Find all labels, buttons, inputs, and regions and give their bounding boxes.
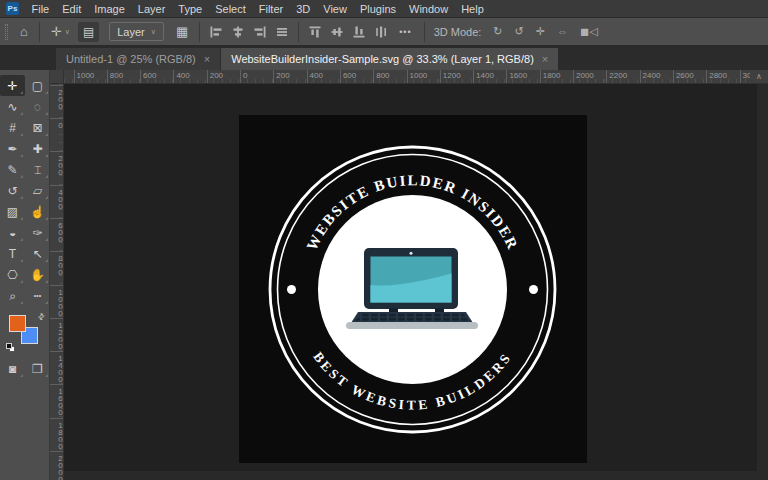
- separator: [199, 22, 200, 42]
- tool-eraser[interactable]: ▱: [25, 180, 50, 201]
- distribute-vertical-icon[interactable]: [374, 25, 388, 39]
- separator: [424, 22, 425, 42]
- tab-untitled-1[interactable]: Untitled-1 @ 25% (RGB/8) ×: [56, 48, 221, 70]
- tool-shape[interactable]: ⎔: [0, 264, 25, 285]
- align-center-horizontal-icon[interactable]: [231, 25, 245, 39]
- h-ruler-label: 1200: [440, 70, 461, 84]
- home-icon[interactable]: ⌂: [14, 18, 34, 45]
- laptop-webcam: [410, 252, 413, 255]
- default-colors-icon[interactable]: [6, 343, 15, 352]
- scroll-up-arrow[interactable]: ∧: [750, 70, 768, 84]
- swap-colors-icon[interactable]: ⇄: [36, 311, 47, 322]
- h-ruler-label: 3000: [740, 70, 751, 84]
- align-right-icon[interactable]: [253, 25, 267, 39]
- menu-item-image[interactable]: Image: [88, 0, 132, 18]
- h-ruler-label: 1800: [540, 70, 561, 84]
- tool-path-selection[interactable]: ↖: [25, 243, 50, 264]
- vertical-ruler[interactable]: 2000200400600800100012001400160018002000: [50, 84, 64, 480]
- 3d-slide-icon[interactable]: ⇔: [551, 25, 574, 38]
- badge-right-dot: [529, 285, 538, 294]
- mode-3d-label: 3D Mode:: [434, 26, 482, 38]
- shape-icon: ⎔: [7, 269, 17, 281]
- tool-move[interactable]: ✛: [0, 75, 25, 96]
- align-top-icon[interactable]: [308, 25, 322, 39]
- tool-brush[interactable]: ✎: [0, 159, 25, 180]
- distribute-horizontal-icon[interactable]: [275, 25, 289, 39]
- tool-smudge[interactable]: ☝: [25, 201, 50, 222]
- tab-websitebuilderinsider-sample[interactable]: WebsiteBuilderInsider-Sample.svg @ 33.3%…: [221, 48, 558, 70]
- tool-gradient[interactable]: ▨: [0, 201, 25, 222]
- foreground-color-swatch[interactable]: [9, 315, 26, 332]
- auto-select-layer-value: Layer: [117, 26, 145, 38]
- h-ruler-label: 600: [340, 70, 356, 84]
- tool-pen[interactable]: ✑: [25, 222, 50, 243]
- show-transform-controls-icon[interactable]: ▦: [170, 18, 194, 45]
- tool-edit-toolbar[interactable]: •••: [25, 285, 50, 306]
- 3d-orbit-icon[interactable]: ↻: [487, 25, 508, 38]
- menu-item-filter[interactable]: Filter: [252, 0, 289, 18]
- gradient-icon: ▨: [7, 206, 18, 218]
- menu-item-file[interactable]: File: [25, 0, 56, 18]
- menu-item-window[interactable]: Window: [403, 0, 455, 18]
- vertical-scrollbar[interactable]: [757, 84, 768, 480]
- tool-lasso[interactable]: ∿: [0, 96, 25, 117]
- separator: [39, 22, 40, 42]
- smudge-icon: ☝: [30, 206, 45, 218]
- edit-toolbar-icon: •••: [34, 292, 41, 299]
- tool-quick-mask[interactable]: ◙: [0, 358, 25, 379]
- eraser-icon: ▱: [33, 185, 42, 197]
- close-icon[interactable]: ×: [542, 53, 548, 65]
- menu-item-help[interactable]: Help: [455, 0, 491, 18]
- menu-item-plugins[interactable]: Plugins: [353, 0, 402, 18]
- auto-select-icon[interactable]: ▤: [78, 22, 99, 42]
- h-ruler-label: 2800: [706, 70, 727, 84]
- align-bottom-icon[interactable]: [352, 25, 366, 39]
- align-middle-vertical-icon[interactable]: [330, 25, 344, 39]
- tool-dodge[interactable]: ◒: [0, 222, 25, 243]
- ruler-corner[interactable]: [50, 70, 64, 84]
- tool-extras: ◙❐: [0, 358, 49, 379]
- dodge-icon: ◒: [9, 227, 16, 239]
- tool-healing-brush[interactable]: ✚: [25, 138, 50, 159]
- tool-crop[interactable]: #: [0, 117, 25, 138]
- tool-type[interactable]: T: [0, 243, 25, 264]
- tool-clone-stamp[interactable]: ⌶: [25, 159, 50, 180]
- options-bar-grip[interactable]: [5, 24, 8, 40]
- menu-item-layer[interactable]: Layer: [131, 0, 172, 18]
- tool-hand[interactable]: ✋: [25, 264, 50, 285]
- menu-item-select[interactable]: Select: [209, 0, 253, 18]
- document-canvas[interactable]: WEBSITE BUILDER INSIDER BEST WEBSITE BUI…: [239, 115, 587, 463]
- v-ruler-label: 1600: [50, 384, 64, 415]
- auto-select-layer-dropdown[interactable]: Layer ∨: [109, 22, 164, 41]
- menu-item-view[interactable]: View: [317, 0, 354, 18]
- align-left-icon[interactable]: [209, 25, 223, 39]
- h-ruler-label: 2600: [673, 70, 694, 84]
- tool-quick-selection[interactable]: ◌: [25, 96, 50, 117]
- tool-frame[interactable]: ⊠: [25, 117, 50, 138]
- tool-marquee[interactable]: ▢: [25, 75, 50, 96]
- 3d-pan-icon[interactable]: ✛: [530, 25, 551, 38]
- 3d-camera-icon[interactable]: ◼◁: [574, 25, 604, 38]
- horizontal-ruler[interactable]: 1000800600400200020040060080010001200140…: [64, 70, 750, 84]
- h-ruler-label: 2000: [573, 70, 594, 84]
- tool-zoom[interactable]: ⌕: [0, 285, 25, 306]
- menu-item-3d[interactable]: 3D: [290, 0, 317, 18]
- menu-item-edit[interactable]: Edit: [56, 0, 88, 18]
- tool-screen-mode[interactable]: ❐: [25, 358, 50, 379]
- more-options-icon[interactable]: •••: [392, 27, 418, 37]
- screen-mode-icon: ❐: [32, 363, 43, 375]
- h-ruler-label: 1000: [74, 70, 95, 84]
- v-ruler-label: 2000: [50, 451, 64, 480]
- canvas-pasteboard[interactable]: WEBSITE BUILDER INSIDER BEST WEBSITE BUI…: [64, 84, 768, 480]
- tools-panel: ✛▢∿◌#⊠✒✚✎⌶↺▱▨☝◒✑T↖⎔✋⌕••• ⇄ ◙❐: [0, 70, 50, 480]
- h-ruler-label: 2200: [606, 70, 627, 84]
- 3d-roll-icon[interactable]: ↺: [509, 25, 530, 38]
- close-icon[interactable]: ×: [204, 53, 210, 65]
- quick-selection-icon: ◌: [34, 101, 41, 113]
- horizontal-scrollbar[interactable]: [64, 471, 757, 480]
- tool-history-brush[interactable]: ↺: [0, 180, 25, 201]
- tool-eyedropper[interactable]: ✒: [0, 138, 25, 159]
- marquee-icon: ▢: [32, 80, 43, 92]
- chevron-down-icon[interactable]: ∨: [65, 28, 70, 36]
- menu-item-type[interactable]: Type: [172, 0, 209, 18]
